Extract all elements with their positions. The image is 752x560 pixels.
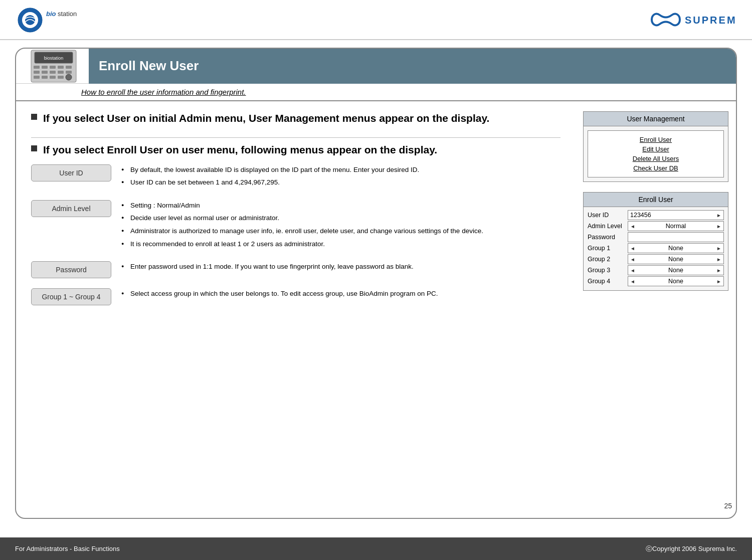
section-2: If you select Enroll User on user menu, …: [31, 143, 560, 305]
left-arrow-group1[interactable]: ◄: [630, 246, 635, 251]
enroll-value-text: None: [668, 267, 683, 274]
enroll-row-group3: Group 3 ◄ None ►: [588, 265, 724, 275]
slide-body: If you select User on initial Admin menu…: [16, 101, 736, 517]
enroll-row-password: Password: [588, 232, 724, 242]
svg-rect-19: [34, 76, 40, 79]
svg-rect-18: [66, 71, 72, 74]
enroll-user-header: Enroll User: [584, 193, 728, 207]
list-item: Edit User: [592, 144, 719, 154]
right-arrow-userid[interactable]: ►: [716, 213, 721, 218]
enroll-user-box: Enroll User User ID 123456 ► Adm: [583, 192, 728, 291]
enroll-label-password: Password: [588, 233, 628, 242]
enroll-row-group1: Group 1 ◄ None ►: [588, 243, 724, 253]
device-icon: biostation: [26, 49, 81, 84]
device-svg: biostation: [29, 49, 79, 83]
user-mgmt-header: User Management: [584, 112, 728, 126]
user-id-desc: By default, the lowest available ID is d…: [121, 164, 560, 190]
section-divider: [31, 137, 560, 138]
svg-point-2: [25, 15, 35, 25]
svg-text:bio: bio: [46, 10, 56, 18]
password-desc: Enter password used in 1:1 mode. If you …: [121, 261, 560, 274]
subtitle-text: How to enroll the user information and f…: [81, 88, 246, 96]
section-2-title: If you select Enroll User on user menu, …: [43, 143, 437, 156]
svg-rect-21: [50, 76, 56, 79]
list-item: Administrator is authorized to manage us…: [121, 226, 560, 237]
admin-level-label: Admin Level: [31, 200, 111, 217]
svg-rect-9: [34, 66, 40, 69]
section-1-title: If you select User on initial Admin menu…: [43, 111, 489, 125]
list-item: By default, the lowest available ID is d…: [121, 164, 560, 175]
enroll-value-text: Normal: [666, 223, 686, 230]
right-arrow-group2[interactable]: ►: [716, 257, 721, 262]
svg-rect-20: [42, 76, 48, 79]
item-grid: User ID By default, the lowest available…: [31, 164, 560, 306]
slide-container: biostation: [15, 48, 737, 519]
svg-text:SUPREMA: SUPREMA: [685, 15, 737, 26]
list-item: It is recommended to enroll at least 1 o…: [121, 239, 560, 250]
left-panel: If you select User on initial Admin menu…: [16, 101, 576, 517]
enroll-row-adminlevel: Admin Level ◄ Normal ►: [588, 221, 724, 231]
right-arrow-group4[interactable]: ►: [716, 279, 721, 284]
section-1-header: If you select User on initial Admin menu…: [31, 111, 560, 125]
biostation-logo-icon: bio station: [15, 6, 105, 34]
bullet-icon-1: [31, 114, 37, 120]
svg-rect-13: [66, 66, 72, 69]
enroll-value-text: None: [668, 278, 683, 285]
svg-rect-14: [34, 71, 40, 74]
list-item: Delete All Users: [592, 154, 719, 163]
list-item: User ID can be set between 1 and 4,294,9…: [121, 177, 560, 188]
enroll-value-userid: 123456 ►: [628, 210, 724, 220]
svg-rect-17: [58, 71, 64, 74]
list-item: Check User DB: [592, 163, 719, 173]
right-arrow-adminlevel[interactable]: ►: [716, 224, 721, 229]
enroll-value-group4: ◄ None ►: [628, 276, 724, 286]
svg-rect-22: [58, 76, 64, 79]
enroll-value-text: 123456: [630, 212, 651, 219]
enroll-label-group1: Group 1: [588, 244, 628, 253]
admin-level-desc: Setting : Normal/Admin Decide user level…: [121, 200, 560, 251]
left-arrow-group3[interactable]: ◄: [630, 268, 635, 273]
list-item: Setting : Normal/Admin: [121, 200, 560, 211]
password-label: Password: [31, 261, 111, 278]
page-header: bio station SUPREMA: [0, 0, 752, 40]
left-arrow-group4[interactable]: ◄: [630, 279, 635, 284]
right-arrow-group3[interactable]: ►: [716, 268, 721, 273]
list-item: Enter password used in 1:1 mode. If you …: [121, 261, 560, 272]
svg-rect-10: [42, 66, 48, 69]
group-label: Group 1 ~ Group 4: [31, 288, 111, 305]
footer-right: ⓒCopyright 2006 Suprema Inc.: [646, 544, 737, 553]
enroll-label-group3: Group 3: [588, 266, 628, 275]
enroll-value-group3: ◄ None ►: [628, 265, 724, 275]
enroll-row-group4: Group 4 ◄ None ►: [588, 276, 724, 286]
enroll-table: User ID 123456 ► Admin Level ◄ Normal: [584, 207, 728, 290]
svg-rect-12: [58, 66, 64, 69]
svg-rect-11: [50, 66, 56, 69]
page-footer: For Administrators - Basic Functions ⓒCo…: [0, 537, 752, 560]
bullet-icon-2: [31, 145, 37, 151]
footer-left: For Administrators - Basic Functions: [15, 545, 120, 552]
list-item: Decide user level as normal user or admi…: [121, 213, 560, 224]
group-desc: Select access group in which the user be…: [121, 288, 560, 301]
svg-text:station: station: [58, 10, 77, 18]
svg-text:biostation: biostation: [44, 56, 64, 61]
enroll-row-group2: Group 2 ◄ None ►: [588, 254, 724, 264]
svg-rect-16: [50, 71, 56, 74]
enroll-value-text: None: [668, 245, 683, 252]
enroll-value-password[interactable]: [628, 232, 724, 242]
enroll-label-userid: User ID: [588, 211, 628, 220]
enroll-row-userid: User ID 123456 ►: [588, 210, 724, 220]
subtitle-bar: How to enroll the user information and f…: [16, 84, 736, 101]
right-panel: User Management Enroll User Edit User De…: [576, 101, 736, 517]
biostation-logo: bio station: [15, 6, 105, 34]
left-arrow-group2[interactable]: ◄: [630, 257, 635, 262]
main-content: biostation: [0, 40, 752, 537]
right-arrow-group1[interactable]: ►: [716, 246, 721, 251]
enroll-label-group4: Group 4: [588, 277, 628, 286]
slide-title: Enroll New User: [99, 58, 199, 74]
left-arrow-adminlevel[interactable]: ◄: [630, 224, 635, 229]
section-2-header: If you select Enroll User on user menu, …: [31, 143, 560, 156]
user-management-box: User Management Enroll User Edit User De…: [583, 111, 728, 182]
svg-rect-15: [42, 71, 48, 74]
enroll-value-group1: ◄ None ►: [628, 243, 724, 253]
suprema-logo: SUPREMA: [637, 6, 737, 34]
